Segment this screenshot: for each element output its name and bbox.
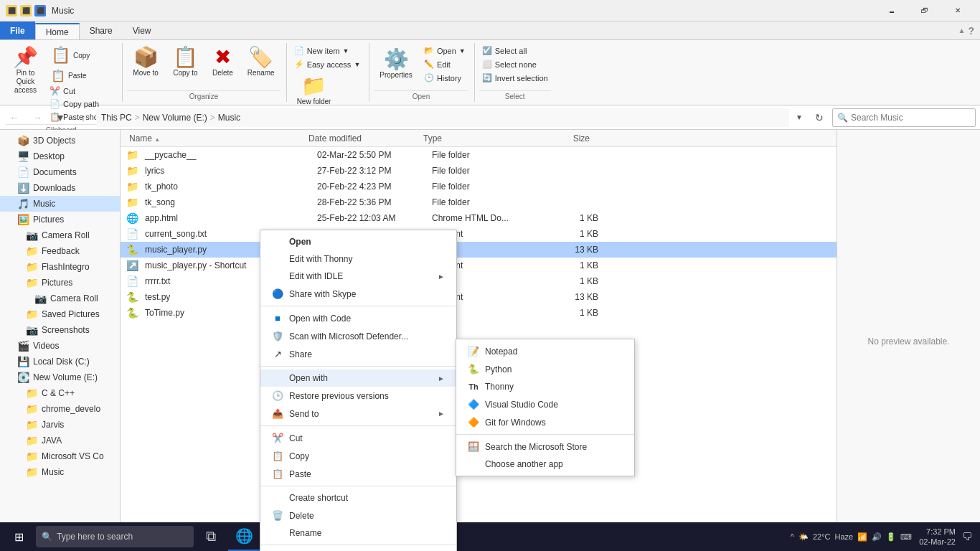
submenu-git[interactable]: 🔶 Git for Windows (456, 413, 634, 431)
taskbar-search[interactable]: 🔍 Type here to search (36, 526, 194, 547)
ctx-edit-idle[interactable]: Edit with IDLE ► (260, 268, 456, 285)
copy-to-button[interactable]: 📋 Copy to (167, 44, 204, 80)
sidebar-item-documents[interactable]: 📄 Documents (0, 164, 120, 180)
sidebar-item-videos[interactable]: 🎬 Videos (0, 338, 120, 354)
col-header-size[interactable]: Size (535, 133, 593, 143)
history-button[interactable]: 🕒 History (421, 72, 468, 84)
tab-file[interactable]: File (0, 22, 35, 39)
submenu-python[interactable]: 🐍 Python (456, 360, 634, 378)
select-all-button[interactable]: ☑️ Select all (479, 44, 530, 57)
paste-button[interactable]: 📋 Paste (47, 67, 116, 84)
delete-button[interactable]: ✖ Delete (207, 44, 239, 80)
submenu-notepad[interactable]: 📝 Notepad (456, 342, 634, 360)
refresh-button[interactable]: ↻ (809, 108, 829, 128)
ctx-edit-thonny[interactable]: Edit with Thonny (260, 250, 456, 268)
tab-share[interactable]: Share (80, 22, 123, 39)
ctx-share[interactable]: ↗ Share (260, 345, 456, 363)
system-clock[interactable]: 7:32 PM 02-Mar-22 (919, 527, 956, 547)
submenu-choose-app[interactable]: Choose another app (456, 456, 634, 473)
up-button[interactable]: ↑ (73, 108, 93, 128)
file-row-music-player[interactable]: 🐍 music_player.py ...ile 13 KB (121, 242, 837, 258)
sidebar-item-saved-pictures[interactable]: 📁 Saved Pictures (0, 306, 120, 322)
sidebar-item-chrome-develo[interactable]: 📁 chrome_develo (0, 401, 120, 417)
ctx-send-to[interactable]: 📤 Send to ► (260, 405, 456, 423)
tab-home[interactable]: Home (35, 23, 80, 39)
properties-button[interactable]: ⚙️ Properties (374, 47, 418, 82)
ctx-properties[interactable]: ⚙️ Properties (260, 548, 456, 551)
back-button[interactable]: ← (4, 108, 24, 128)
breadcrumb-new-volume[interactable]: New Volume (E:) (143, 113, 207, 123)
ctx-copy[interactable]: 📋 Copy (260, 447, 456, 465)
start-button[interactable]: ⊞ (3, 522, 34, 551)
ctx-cut[interactable]: ✂️ Cut (260, 429, 456, 447)
submenu-thonny[interactable]: Th Thonny (456, 378, 634, 395)
search-box[interactable]: 🔍 (832, 108, 976, 127)
file-row-rrrrr[interactable]: 📄 rrrrr.txt ...ile 1 KB (121, 273, 837, 289)
recent-locations-button[interactable]: ▼ (50, 108, 70, 128)
sidebar-item-3d-objects[interactable]: 📦 3D Objects (0, 133, 120, 149)
ctx-delete[interactable]: 🗑️ Delete (260, 507, 456, 524)
taskbar-task-view[interactable]: ⧉ (195, 522, 227, 551)
ctx-scan-defender[interactable]: 🛡️ Scan with Microsoft Defender... (260, 327, 456, 345)
new-folder-button[interactable]: 📁 New folder (291, 73, 337, 108)
submenu-ms-store[interactable]: 🪟 Search the Microsoft Store (456, 438, 634, 456)
file-row-tk-photo[interactable]: 📁 tk_photo 20-Feb-22 4:23 PM File folder (121, 179, 837, 194)
minimize-button[interactable]: 🗕 (875, 0, 908, 22)
ctx-create-shortcut[interactable]: Create shortcut (260, 489, 456, 507)
sidebar-item-java[interactable]: 📁 JAVA (0, 433, 120, 448)
tray-expand[interactable]: ^ (791, 532, 794, 541)
notification-button[interactable]: 🗨 (957, 522, 977, 551)
file-row-lyrics[interactable]: 📁 lyrics 27-Feb-22 3:12 PM File folder (121, 163, 837, 179)
edit-button[interactable]: ✏️ Edit (421, 58, 468, 70)
file-row-app-html[interactable]: 🌐 app.html 25-Feb-22 12:03 AM Chrome HTM… (121, 210, 837, 226)
invert-selection-button[interactable]: 🔄 Invert selection (479, 72, 551, 84)
breadcrumb-music[interactable]: Music (218, 113, 240, 123)
breadcrumb-this-pc[interactable]: This PC (101, 113, 132, 123)
sidebar-item-music-sub[interactable]: 📁 Music (0, 464, 120, 480)
help-button[interactable]: ? (968, 25, 974, 37)
sidebar-item-downloads[interactable]: ⬇️ Downloads (0, 180, 120, 196)
sidebar-item-microsoft-vs[interactable]: 📁 Microsoft VS Co (0, 448, 120, 464)
sidebar-item-jarvis[interactable]: 📁 Jarvis (0, 417, 120, 433)
tab-view[interactable]: View (123, 22, 161, 39)
submenu-vscode[interactable]: 🔷 Visual Studio Code (456, 395, 634, 413)
taskbar-chrome[interactable]: 🌐 (228, 522, 260, 551)
ctx-rename[interactable]: Rename (260, 524, 456, 542)
file-row-music-player-shortcut[interactable]: ↗️ music_player.py - Shortcut ...ument 1… (121, 258, 837, 273)
file-row-pycache[interactable]: 📁 __pycache__ 02-Mar-22 5:50 PM File fol… (121, 147, 837, 163)
sidebar-item-screenshots[interactable]: 📷 Screenshots (0, 322, 120, 338)
file-row-tk-song[interactable]: 📁 tk_song 28-Feb-22 5:36 PM File folder (121, 194, 837, 210)
sidebar-item-local-disk[interactable]: 💾 Local Disk (C:) (0, 354, 120, 369)
tray-network[interactable]: 📶 (857, 532, 867, 542)
sidebar-item-new-volume[interactable]: 💽 New Volume (E:) (0, 369, 120, 385)
close-button[interactable]: ✕ (941, 0, 974, 22)
move-to-button[interactable]: 📦 Move to (127, 44, 164, 80)
rename-button[interactable]: 🏷️ Rename (242, 44, 281, 80)
select-none-button[interactable]: ⬜ Select none (479, 58, 540, 70)
sidebar-item-desktop[interactable]: 🖥️ Desktop (0, 149, 120, 164)
search-input[interactable] (851, 113, 971, 123)
new-item-button[interactable]: 📄 New item ▼ (291, 44, 352, 57)
ctx-restore-versions[interactable]: 🕒 Restore previous versions (260, 387, 456, 405)
ctx-paste[interactable]: 📋 Paste (260, 465, 456, 483)
sidebar-item-flashintegro[interactable]: 📁 FlashIntegro (0, 259, 120, 275)
cut-button[interactable]: ✂️ Cut (47, 85, 116, 97)
sidebar-item-camera-roll-1[interactable]: 📷 Camera Roll (0, 227, 120, 243)
col-header-name[interactable]: Name ▲ (126, 133, 306, 143)
forward-button[interactable]: → (27, 108, 47, 128)
col-header-type[interactable]: Type (420, 133, 535, 143)
tray-volume[interactable]: 🔊 (872, 532, 882, 542)
breadcrumb-dropdown-btn[interactable]: ▼ (792, 108, 806, 127)
file-row-current-song[interactable]: 📄 current_song.txt ...ument 1 KB (121, 226, 837, 242)
ctx-open-with[interactable]: Open with ► (260, 369, 456, 387)
ctx-share-skype[interactable]: 🔵 Share with Skype (260, 285, 456, 303)
file-row-totime-py[interactable]: 🐍 ToTime.py ...ile 1 KB (121, 305, 837, 321)
easy-access-button[interactable]: ⚡ Easy access ▼ (291, 58, 364, 70)
ctx-open[interactable]: Open (260, 233, 456, 250)
sidebar-item-music[interactable]: 🎵 Music (0, 196, 120, 212)
ctx-open-code[interactable]: ■ Open with Code (260, 309, 456, 327)
pin-quickaccess-button[interactable]: 📌 Pin to Quick access (6, 44, 45, 98)
copy-button[interactable]: 📋 Copy (47, 44, 116, 66)
open-button[interactable]: 📂 Open ▼ (421, 44, 468, 57)
ribbon-collapse-btn[interactable]: ▲ (958, 27, 966, 34)
